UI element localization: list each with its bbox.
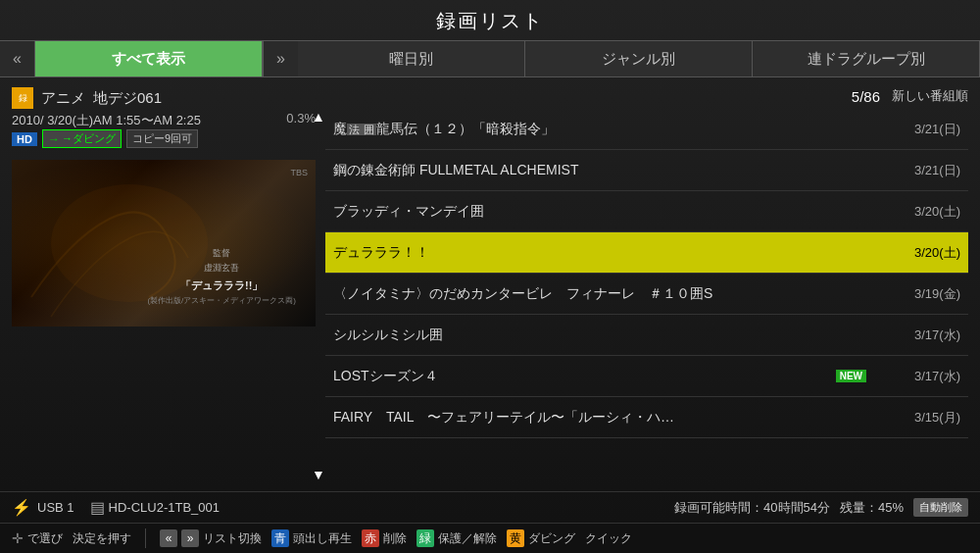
rec-date: 3/21(日) (882, 162, 960, 179)
quick-hint: クイック (585, 530, 632, 547)
rec-title: 〈ノイタミナ〉のだめカンタービレ フィナーレ ＃１０囲S (333, 285, 872, 303)
prev-icon: « (160, 529, 177, 547)
rec-title: ブラッディ・マンデイ囲 (333, 203, 872, 221)
tag-hd: HD (12, 132, 37, 146)
rec-time-info: 録画可能時間：40時間54分 残量：45% 自動削除 (674, 498, 968, 517)
program-info: 録 アニメ 地デジ061 0.3% 2010/ 3/20(土)AM 1:55〜A… (12, 87, 316, 154)
auto-delete-button[interactable]: 自動削除 (913, 498, 968, 517)
rec-title: シルシルミシル囲 (333, 327, 872, 344)
rec-title: デュラララ！！ (333, 244, 872, 262)
rec-time-label: 録画可能時間：40時間54分 (674, 499, 830, 517)
rec-date: 3/20(土) (882, 244, 960, 262)
rec-date: 3/15(月) (882, 409, 960, 427)
tab-prev-button[interactable]: « (0, 41, 35, 76)
rec-date: 3/17(水) (882, 327, 960, 344)
confirm-hint: 決定を押す (73, 530, 131, 547)
tab-weekday[interactable]: 曜日別 (298, 41, 525, 76)
dub-label: →ダビング (62, 131, 116, 146)
page-indicator: 5/86 (852, 88, 880, 105)
hdd-info: ▤ HD-CLU2-1TB_001 (90, 498, 220, 517)
list-header: 5/86 新しい番組順 (325, 87, 968, 105)
head-play-hint: 青 頭出し再生 (271, 529, 352, 547)
blue-button[interactable]: 青 (271, 529, 289, 547)
next-icon: » (181, 529, 199, 547)
divider (145, 528, 146, 548)
status-bar: ⚡ USB 1 ▤ HD-CLU2-1TB_001 録画可能時間：40時間54分… (0, 491, 980, 523)
list-item[interactable]: FAIRY TAIL 〜フェアリーテイル〜「ルーシィ・ハ… 3/15(月) (325, 397, 968, 438)
remaining-label: 残量：45% (840, 499, 904, 517)
rec-title: LOSTシーズン４ (333, 368, 830, 385)
list-item[interactable]: ブラッディ・マンデイ囲 3/20(土) (325, 191, 968, 232)
navigate-label: で選び (27, 530, 63, 547)
program-time: 2010/ 3/20(土)AM 1:55〜AM 2:25 (12, 113, 201, 127)
footer: ✛ で選び 決定を押す « » リスト切換 青 頭出し再生 赤 削除 緑 保護／… (0, 523, 980, 553)
rec-title: 魔法囲龍馬伝（１２）「暗殺指令」 (333, 121, 872, 138)
tab-all[interactable]: すべて表示 (35, 41, 263, 76)
program-title-row: 録 アニメ 地デジ061 (12, 87, 316, 109)
usb-label: USB 1 (37, 500, 74, 515)
protect-label: 保護／解除 (438, 530, 497, 547)
main-content: 録 アニメ 地デジ061 0.3% 2010/ 3/20(土)AM 1:55〜A… (0, 77, 980, 487)
rec-date: 3/21(日) (882, 121, 960, 138)
screen: 録画リスト « すべて表示 » 曜日別 ジャンル別 連ドラグループ別 録 アニメ… (0, 0, 980, 553)
program-time-row: 0.3% 2010/ 3/20(土)AM 1:55〜AM 2:25 (12, 111, 316, 129)
right-panel: 5/86 新しい番組順 ▲ 魔法囲龍馬伝（１２）「暗殺指令」 3/21(日) 鋼… (325, 87, 968, 487)
tab-bar: « すべて表示 » 曜日別 ジャンル別 連ドラグループ別 (0, 40, 980, 77)
usb-icon: ⚡ (12, 498, 31, 517)
dub-hint: 黄 ダビング (507, 529, 575, 547)
green-button[interactable]: 緑 (416, 529, 434, 547)
hdd-label: HD-CLU2-1TB_001 (109, 500, 220, 515)
tab-series[interactable]: 連ドラグループ別 (753, 41, 980, 76)
protect-hint: 緑 保護／解除 (416, 529, 497, 547)
scroll-down-arrow[interactable]: ▼ (312, 467, 325, 482)
list-item[interactable]: 魔法囲龍馬伝（１２）「暗殺指令」 3/21(日) (325, 109, 968, 150)
hdd-icon: ▤ (90, 498, 105, 517)
dub-footer-label: ダビング (528, 530, 575, 547)
list-switch-label: リスト切換 (203, 530, 262, 547)
usb-info: ⚡ USB 1 (12, 498, 74, 517)
tab-genre[interactable]: ジャンル別 (525, 41, 753, 76)
rec-date: 3/17(水) (882, 368, 960, 385)
dpad-icon: ✛ (12, 530, 24, 546)
head-play-label: 頭出し再生 (293, 530, 352, 547)
tab-next-button[interactable]: » (263, 41, 298, 76)
rec-date: 3/20(土) (882, 203, 960, 221)
list-item-selected[interactable]: デュラララ！！ 3/20(土) (325, 232, 968, 274)
thumbnail: TBS 監督 虚淵玄吾 「デュラララ!!」 (製作出版/アスキー・メディアワーク… (12, 160, 316, 327)
list-item[interactable]: 〈ノイタミナ〉のだめカンタービレ フィナーレ ＃１０囲S 3/19(金) (325, 274, 968, 315)
quick-label: クイック (585, 530, 632, 547)
tags-row: HD → →ダビング コピー9回可 (12, 129, 316, 148)
list-item[interactable]: LOSTシーズン４ NEW 3/17(水) (325, 356, 968, 397)
sort-label: 新しい番組順 (892, 87, 968, 105)
left-panel: 録 アニメ 地デジ061 0.3% 2010/ 3/20(土)AM 1:55〜A… (12, 87, 316, 487)
delete-hint: 赤 削除 (362, 529, 407, 547)
thumbnail-watermark: TBS (290, 168, 308, 177)
list-item[interactable]: シルシルミシル囲 3/17(水) (325, 315, 968, 356)
list-switch-hint: « » リスト切換 (160, 529, 262, 547)
recording-list: 魔法囲龍馬伝（１２）「暗殺指令」 3/21(日) 鋼の錬金術師 FULLMETA… (325, 109, 968, 438)
thumbnail-text: 監督 虚淵玄吾 「デュラララ!!」 (製作出版/アスキー・メディアワークス両) (147, 247, 296, 308)
yellow-button[interactable]: 黄 (507, 529, 524, 547)
genre-icon: 録 (12, 87, 33, 109)
scroll-area: ▲ 魔法囲龍馬伝（１２）「暗殺指令」 3/21(日) 鋼の錬金術師 FULLME… (325, 109, 968, 487)
red-button[interactable]: 赤 (362, 529, 379, 547)
rec-date: 3/19(金) (882, 285, 960, 303)
tag-dub: → →ダビング (42, 129, 122, 148)
rec-title: 鋼の錬金術師 FULLMETAL ALCHEMIST (333, 162, 872, 179)
program-genre: アニメ (41, 89, 85, 108)
page-title: 録画リスト (0, 0, 980, 40)
program-channel: 地デジ061 (93, 89, 162, 108)
list-item[interactable]: 鋼の錬金術師 FULLMETAL ALCHEMIST 3/21(日) (325, 150, 968, 191)
new-badge: NEW (836, 370, 866, 382)
rec-title: FAIRY TAIL 〜フェアリーテイル〜「ルーシィ・ハ… (333, 409, 872, 427)
confirm-label: 決定を押す (73, 530, 131, 547)
delete-label: 削除 (383, 530, 407, 547)
scroll-up-arrow[interactable]: ▲ (312, 109, 325, 125)
navigate-hint: ✛ で選び (12, 530, 63, 547)
tag-copy: コピー9回可 (126, 129, 198, 148)
